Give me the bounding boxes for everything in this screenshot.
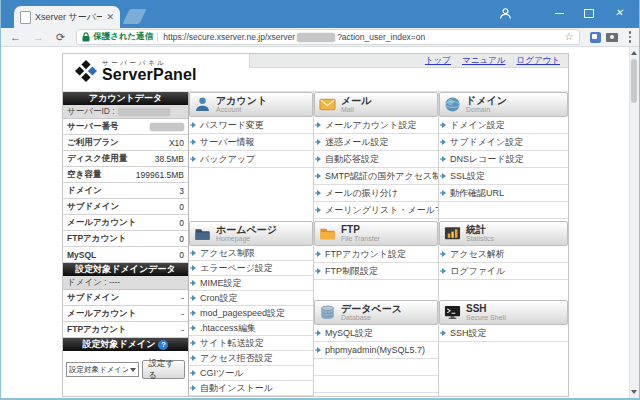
menu-item[interactable]: MySQL設定 xyxy=(314,325,438,342)
address-bar[interactable]: 保護された通信 https://secure.xserver.ne.jp/xse… xyxy=(76,29,579,45)
menu-item[interactable]: 迷惑メール設定 xyxy=(314,134,438,151)
target-domain-rows: サブドメイン - メールアカウント - FTPアカウント - xyxy=(63,290,188,338)
server-id-row: サーバーID : xyxy=(63,105,188,119)
profile-icon[interactable] xyxy=(490,0,520,26)
menu-item[interactable]: メールの振り分け xyxy=(314,185,438,202)
arrow-icon xyxy=(317,251,321,257)
menu-item[interactable]: メーリングリスト・メールマガジン xyxy=(314,202,438,219)
arrow-icon xyxy=(192,370,196,376)
sidebar-data-row: メールアカウント - xyxy=(63,306,188,322)
menu-item[interactable]: サブドメイン設定 xyxy=(439,134,568,151)
scroll-up-icon[interactable] xyxy=(631,51,637,55)
arrow-icon xyxy=(317,173,321,179)
minimize-button[interactable] xyxy=(544,0,574,26)
menu-item[interactable]: 自動応答設定 xyxy=(314,151,438,168)
menu-item[interactable]: mod_pagespeed設定 xyxy=(189,306,313,321)
arrow-icon xyxy=(192,340,196,346)
nav-manual-link[interactable]: マニュアル xyxy=(462,55,506,67)
menu-item[interactable]: Webフォント設定 xyxy=(189,396,313,397)
arrow-icon xyxy=(317,139,321,145)
menu-item[interactable]: .htaccess編集 xyxy=(189,321,313,336)
ssh-icon xyxy=(444,304,461,321)
empty-row xyxy=(439,202,568,219)
menu-item[interactable]: ドメイン設定 xyxy=(439,117,568,134)
tab-title: Xserver サーバーパネル xyxy=(35,11,102,24)
menu-item[interactable]: SMTP認証の国外アクセス制限設定 xyxy=(314,168,438,185)
extension-icon[interactable] xyxy=(590,32,601,43)
arrow-icon xyxy=(192,385,196,391)
menu-item[interactable]: FTPアカウント設定 xyxy=(314,246,438,263)
menu-item[interactable]: CGIツール xyxy=(189,366,313,381)
menu-item[interactable]: SSH設定 xyxy=(439,325,568,342)
arrow-icon xyxy=(442,190,446,196)
chrome-menu-icon[interactable] xyxy=(624,31,637,43)
logo-title: ServerPanel xyxy=(102,67,197,83)
url-text: https://secure.xserver.ne.jp/xserver?act… xyxy=(163,32,425,42)
menu-item[interactable]: アクセス制限 xyxy=(189,246,313,261)
sidebar-data-row: FTPアカウント 0 xyxy=(63,231,188,247)
secure-label: 保護された通信 xyxy=(93,31,153,43)
back-icon[interactable]: ← xyxy=(4,32,27,43)
target-domain-select[interactable]: 設定対象ドメイン未選択 xyxy=(66,362,139,377)
arrow-icon xyxy=(317,156,321,162)
sidebar-data-row: MySQL 0 xyxy=(63,247,188,263)
scrollbar-thumb[interactable] xyxy=(631,59,637,103)
menu-item[interactable]: アクセス解析 xyxy=(439,246,568,263)
menu-item[interactable]: バックアップ xyxy=(189,151,313,168)
menu-item[interactable]: DNSレコード設定 xyxy=(439,151,568,168)
menu-item[interactable]: 自動インストール xyxy=(189,381,313,396)
menu-item[interactable]: phpmyadmin(MySQL5.7) xyxy=(314,342,438,359)
arrow-icon xyxy=(192,156,196,162)
section-mail-header: メール Mail xyxy=(314,92,438,117)
menu-item[interactable]: MIME設定 xyxy=(189,276,313,291)
browser-titlebar: Xserver サーバーパネル ✕ ✕ xyxy=(0,0,640,28)
menu-item[interactable]: Cron設定 xyxy=(189,291,313,306)
menu-item[interactable]: サイト転送設定 xyxy=(189,336,313,351)
divider xyxy=(157,32,158,42)
account-data-header: アカウントデータ xyxy=(63,92,188,105)
logo-diamonds-icon xyxy=(75,60,97,82)
arrow-icon xyxy=(317,122,321,128)
page-scrollbar[interactable] xyxy=(629,47,639,398)
server-panel-logo: サーバーパネル ServerPanel xyxy=(75,59,197,83)
account-icon xyxy=(194,96,211,113)
arrow-icon xyxy=(442,139,446,145)
scroll-down-icon[interactable] xyxy=(631,390,637,394)
help-icon[interactable]: ? xyxy=(158,340,168,350)
menu-item[interactable]: パスワード変更 xyxy=(189,117,313,134)
nav-top-link[interactable]: トップ xyxy=(425,55,451,67)
menu-item[interactable]: エラーページ設定 xyxy=(189,261,313,276)
reload-icon[interactable]: ⟳ xyxy=(50,32,71,43)
menu-item[interactable]: SSL設定 xyxy=(439,168,568,185)
maximize-button[interactable] xyxy=(574,0,604,26)
bookmark-star-icon[interactable]: ☆ xyxy=(565,32,574,42)
nav-logout-link[interactable]: ログアウト xyxy=(517,55,561,67)
screenshot-extension-icon[interactable] xyxy=(606,33,618,42)
menu-item[interactable]: 動作確認URL xyxy=(439,185,568,202)
target-domain-row: ドメイン : ---- xyxy=(63,276,188,290)
arrow-icon xyxy=(317,190,321,196)
arrow-icon xyxy=(442,251,446,257)
menu-item[interactable]: サーバー情報 xyxy=(189,134,313,151)
arrow-icon xyxy=(192,355,196,361)
menu-item[interactable]: FTP制限設定 xyxy=(314,263,438,280)
browser-tab[interactable]: Xserver サーバーパネル ✕ xyxy=(14,6,120,28)
section-ssh-header: SSH Secure Shell xyxy=(439,300,568,325)
sidebar-data-row: サブドメイン 0 xyxy=(63,199,188,215)
empty-row xyxy=(314,376,438,393)
menu-item[interactable]: ログファイル xyxy=(439,263,568,280)
menu-item[interactable]: メールアカウント設定 xyxy=(314,117,438,134)
arrow-icon xyxy=(317,347,321,353)
tab-close-icon[interactable]: ✕ xyxy=(106,13,114,22)
menu-column-1: アカウント Account パスワード変更 サーバー情報 xyxy=(189,92,314,397)
new-tab-button[interactable] xyxy=(122,9,146,24)
menu-item[interactable]: アクセス拒否設定 xyxy=(189,351,313,366)
arrow-icon xyxy=(317,207,321,213)
arrow-icon xyxy=(192,122,196,128)
ftp-icon xyxy=(319,225,336,242)
arrow-icon xyxy=(442,268,446,274)
apply-button[interactable]: 設定する xyxy=(142,360,185,379)
menu-column-3: ドメイン Domain ドメイン設定 サブドメイン設定 xyxy=(439,92,568,397)
close-button[interactable]: ✕ xyxy=(604,0,634,26)
arrow-icon xyxy=(192,139,196,145)
